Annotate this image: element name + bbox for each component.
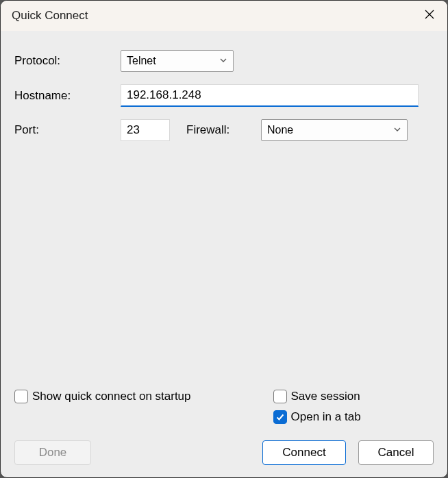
connect-button[interactable]: Connect — [262, 440, 346, 465]
close-button[interactable] — [423, 9, 436, 23]
quick-connect-dialog: Quick Connect Protocol: Telnet Hostname: — [0, 0, 448, 478]
save-session-label: Save session — [291, 390, 360, 403]
dialog-body: Protocol: Telnet Hostname: Port: Firewal… — [1, 31, 447, 167]
hostname-row: Hostname: — [14, 84, 434, 107]
hostname-label: Hostname: — [14, 89, 121, 103]
open-in-tab-label: Open in a tab — [291, 410, 361, 424]
show-on-startup-checkbox[interactable]: Show quick connect on startup — [14, 390, 191, 403]
open-in-tab-checkbox[interactable]: Open in a tab — [273, 410, 361, 424]
protocol-select[interactable]: Telnet — [121, 50, 234, 72]
done-button: Done — [14, 440, 91, 465]
window-title: Quick Connect — [12, 9, 88, 23]
show-on-startup-label: Show quick connect on startup — [32, 390, 191, 403]
checkbox-checked-icon — [273, 410, 287, 424]
protocol-label: Protocol: — [14, 54, 121, 68]
firewall-select[interactable]: None — [261, 119, 408, 141]
protocol-row: Protocol: Telnet — [14, 50, 434, 72]
close-icon — [425, 10, 434, 22]
save-session-checkbox[interactable]: Save session — [273, 390, 361, 403]
checkbox-icon — [14, 390, 28, 403]
hostname-input[interactable] — [121, 84, 419, 107]
titlebar: Quick Connect — [1, 1, 447, 31]
cancel-button[interactable]: Cancel — [358, 440, 434, 465]
firewall-label: Firewall: — [186, 123, 245, 137]
firewall-value: None — [262, 120, 407, 140]
port-label: Port: — [14, 123, 121, 137]
checkbox-icon — [273, 390, 287, 403]
port-input[interactable] — [121, 119, 170, 141]
protocol-value: Telnet — [121, 51, 233, 71]
button-row: Done Connect Cancel — [14, 440, 434, 465]
bottom-area: Show quick connect on startup Save sessi… — [14, 390, 434, 465]
checkbox-group: Show quick connect on startup Save sessi… — [14, 390, 434, 424]
port-firewall-row: Port: Firewall: None — [14, 119, 434, 141]
